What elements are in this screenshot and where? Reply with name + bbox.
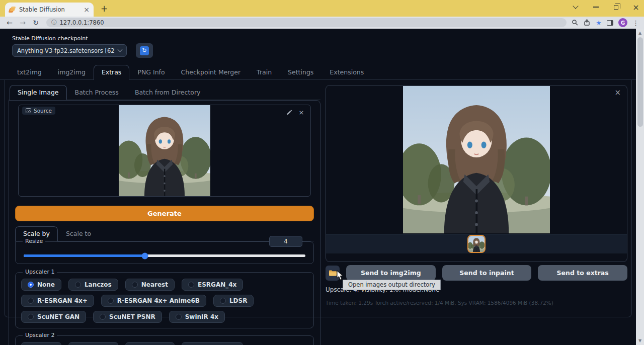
refresh-icon: ↻ — [140, 46, 149, 55]
tab-extensions[interactable]: Extensions — [321, 65, 372, 79]
upscaler2-option-nearest[interactable]: Nearest — [125, 342, 175, 345]
mouse-cursor — [337, 270, 344, 281]
source-label: Source — [34, 108, 52, 114]
share-icon[interactable] — [584, 19, 591, 26]
refresh-checkpoints-button[interactable]: ↻ — [136, 43, 153, 58]
chevron-down-icon[interactable] — [572, 3, 580, 11]
site-info-icon[interactable]: ⓘ — [51, 19, 57, 26]
extras-sub-tab-bar: Single Image Batch Process Batch from Di… — [9, 85, 320, 100]
upscaler1-option-swinir-4x[interactable]: SwinIR 4x — [169, 311, 225, 323]
send-to-extras-button[interactable]: Send to extras — [538, 265, 627, 281]
slider-handle[interactable] — [141, 252, 148, 259]
main-tab-bar: txt2img img2img Extras PNG Info Checkpoi… — [0, 65, 636, 80]
upscaler1-option-lanczos[interactable]: Lanczos — [68, 279, 118, 291]
tab-batch-process[interactable]: Batch Process — [67, 85, 127, 100]
tab-png-info[interactable]: PNG Info — [129, 65, 173, 79]
checkpoint-value: Anything-V3-fp32.safetensors [625a2ba2] — [17, 47, 115, 54]
tab-batch-from-directory[interactable]: Batch from Directory — [127, 85, 209, 100]
gallery-thumbnail-strip — [326, 234, 627, 253]
new-tab-button[interactable]: + — [98, 2, 111, 15]
upscaler1-option-esrgan-4x[interactable]: ESRGAN_4x — [182, 279, 243, 291]
source-chip: Source — [22, 107, 55, 115]
zoom-icon[interactable] — [572, 19, 579, 26]
tab-txt2img[interactable]: txt2img — [9, 65, 50, 79]
upscaler1-option-nearest[interactable]: Nearest — [125, 279, 175, 291]
radio-icon — [132, 282, 138, 288]
scrollbar-thumb[interactable] — [637, 37, 643, 127]
radio-icon — [108, 298, 114, 304]
tab-single-image[interactable]: Single Image — [10, 85, 67, 100]
bookmark-star-icon[interactable]: ★ — [596, 20, 602, 26]
upscaler2-option-esrgan-4x[interactable]: ESRGAN_4x — [182, 342, 243, 345]
upscaler1-option-scunet-psnr[interactable]: ScuNET PSNR — [93, 311, 162, 323]
slider-fill — [24, 254, 145, 257]
scale-by-panel: Resize 4 — [15, 241, 314, 264]
radio-icon — [100, 314, 106, 320]
close-icon[interactable]: × — [632, 3, 640, 11]
upscaler-2-label: Upscaler 2 — [23, 332, 57, 338]
tab-extras[interactable]: Extras — [94, 65, 130, 80]
result-image-stage[interactable] — [326, 85, 627, 234]
side-panel-icon[interactable] — [607, 20, 613, 26]
tab-checkpoint-merger[interactable]: Checkpoint Merger — [173, 65, 249, 79]
result-image[interactable] — [403, 86, 550, 233]
upscaler-1-label: Upscaler 1 — [23, 269, 57, 275]
dropdown-caret-icon — [118, 47, 123, 52]
edit-image-icon[interactable] — [284, 108, 294, 117]
generate-button[interactable]: Generate — [15, 206, 314, 221]
page-scrollbar[interactable]: ▲ ▼ — [636, 29, 644, 345]
resize-slider[interactable] — [24, 254, 305, 257]
radio-icon — [28, 298, 34, 304]
resize-label: Resize — [23, 238, 45, 244]
upscaler1-option-r-esrgan-4x[interactable]: R-ESRGAN 4x+ — [21, 295, 94, 307]
tab-settings[interactable]: Settings — [280, 65, 321, 79]
send-to-img2img-button[interactable]: Send to img2img — [346, 265, 436, 281]
checkpoint-label: Stable Diffusion checkpoint — [12, 35, 636, 42]
tab-scale-to[interactable]: Scale to — [58, 226, 99, 241]
browser-tab[interactable]: Stable Diffusion × — [5, 3, 94, 17]
menu-kebab-icon[interactable]: ⋮ — [632, 19, 639, 27]
source-image-dropzone[interactable]: Source × — [18, 105, 311, 197]
performance-text: Time taken: 1.29s Torch active/reserved:… — [326, 300, 627, 306]
send-to-inpaint-button[interactable]: Send to inpaint — [442, 265, 532, 281]
forward-icon[interactable]: → — [17, 19, 28, 26]
clear-image-icon[interactable]: × — [296, 108, 306, 117]
result-gallery: × — [326, 85, 627, 262]
upscaler1-option-scunet-gan[interactable]: ScuNET GAN — [21, 311, 86, 323]
upscaler1-option-r-esrgan-anime6b[interactable]: R-ESRGAN 4x+ Anime6B — [101, 295, 206, 307]
browser-tab-title: Stable Diffusion — [19, 6, 80, 13]
upscaler2-option-none[interactable]: None — [21, 342, 61, 345]
profile-avatar[interactable]: G — [618, 18, 627, 27]
radio-icon — [28, 314, 34, 320]
browser-toolbar: ← → ↻ ⓘ 127.0.0.1:7860 ★ G ⋮ — [0, 17, 644, 29]
upscaler1-option-none[interactable]: None — [21, 279, 61, 291]
single-image-panel: Source × Generate Scale by Sc — [9, 100, 320, 345]
resize-number-input[interactable]: 4 — [269, 236, 302, 247]
back-icon[interactable]: ← — [4, 19, 15, 26]
upscaler1-option-ldsr[interactable]: LDSR — [213, 295, 254, 307]
restore-icon[interactable] — [612, 3, 620, 11]
scroll-up-icon[interactable]: ▲ — [638, 29, 641, 37]
radio-icon — [220, 298, 226, 304]
radio-icon — [188, 282, 194, 288]
radio-icon — [75, 282, 81, 288]
minimize-icon[interactable] — [592, 3, 600, 11]
address-bar[interactable]: ⓘ 127.0.0.1:7860 — [46, 18, 567, 27]
gallery-close-icon[interactable]: × — [614, 89, 621, 97]
gallery-thumbnail-selected[interactable] — [467, 235, 486, 253]
source-image — [119, 105, 210, 196]
folder-tooltip: Open images output directory — [343, 280, 441, 290]
scroll-down-icon[interactable]: ▼ — [638, 336, 641, 345]
radio-icon — [28, 282, 34, 288]
favicon-icon — [9, 7, 16, 13]
thumbnail-image — [468, 236, 485, 252]
tab-close-icon[interactable]: × — [84, 6, 90, 13]
reload-icon[interactable]: ↻ — [30, 19, 41, 26]
radio-icon — [176, 314, 182, 320]
tab-train[interactable]: Train — [249, 65, 280, 79]
image-icon — [26, 108, 31, 113]
upscaler2-option-lanczos[interactable]: Lanczos — [68, 342, 118, 345]
stable-diffusion-webui: ▲ ▼ Stable Diffusion checkpoint Anything… — [0, 29, 644, 345]
checkpoint-dropdown[interactable]: Anything-V3-fp32.safetensors [625a2ba2] — [12, 44, 127, 57]
tab-img2img[interactable]: img2img — [50, 65, 94, 79]
